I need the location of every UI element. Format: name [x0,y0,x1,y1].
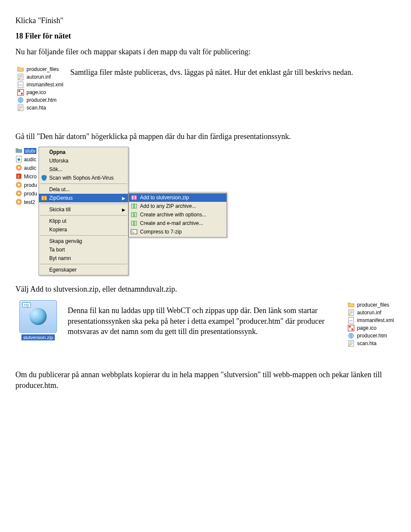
context-submenu: Add to slutversion.zipAdd to any ZIP arc… [128,192,227,237]
menu-item[interactable]: Egenskaper [39,266,128,274]
submenu-item[interactable]: Add to slutversion.zip [129,193,226,202]
file-item-label: autorun.inf [357,310,381,316]
zip-thumb-label: slutversion.zip [21,334,55,340]
intro-line2: Nu har följande filer och mappar skapats… [15,47,396,57]
footer-paragraph: Om du publicerar på annan webbplats kopi… [15,369,396,390]
svg-point-44 [349,313,351,315]
wav-icon [15,156,22,164]
file-item: producer.htm [15,96,65,104]
menu-item-label: ZipGenius [49,195,73,201]
menu-item[interactable]: ZipGenius▶ [39,194,128,202]
svg-text:P: P [18,175,20,179]
menu-item-label: Öppna [49,149,66,155]
zip-globe-icon [30,308,47,325]
context-menu: ÖppnaUtforskaSök...Scan with Sophos Anti… [39,147,128,275]
folder-sel-icon [15,147,22,155]
side-file-label: slutv [24,148,36,154]
svg-rect-29 [44,196,45,200]
context-menu-screenshot: slutvaudicaudicPMicroproduprodutest2 Öpp… [15,147,396,275]
side-file-label: audic [24,157,36,163]
svg-rect-49 [351,328,353,330]
menu-item[interactable]: Byt namn [39,254,128,263]
svg-text:</>: </> [349,319,353,322]
wmp-icon [15,164,22,172]
file-item-label: autorun.inf [27,74,51,80]
menu-item[interactable]: Utforska [39,157,128,165]
submenu-item[interactable]: Add to any ZIP archive... [129,202,226,210]
side-file-label: Micro [24,174,36,180]
file-item-label: page.ico [27,89,46,95]
wmp-icon [15,190,22,198]
wmp-icon [15,198,22,207]
svg-rect-31 [134,195,134,200]
file-item-label: producer_files [27,66,59,72]
intro-line1: Klicka "Finish" [15,15,396,26]
submenu-arrow-icon: ▶ [122,196,125,201]
submenu-item[interactable]: Create archive with options... [129,210,226,219]
svg-rect-37 [134,221,134,225]
xml-icon: </> [348,317,354,324]
svg-rect-35 [134,213,134,217]
svg-point-4 [18,78,20,80]
menu-item-label: Byt namn [49,255,71,261]
zip-pink-icon [131,194,137,201]
file-item: autorun.inf [346,309,396,316]
menu-item[interactable]: Scan with Sophos Anti-Virus [39,174,128,182]
file-item: scan.hta [346,340,396,347]
menu-item[interactable]: Skapa genväg [39,237,128,245]
file-item: page.ico [15,89,65,96]
menu-item-label: Sök... [49,166,63,172]
svg-rect-1 [19,75,22,76]
file-item: producer_files [346,301,396,309]
side-file-label: produ [24,191,37,197]
file-item-label: producer_files [357,302,389,308]
file-item-label: scan.hta [27,105,46,111]
ico-icon [17,89,24,96]
xml-icon: </> [17,81,24,88]
folder-icon [348,301,354,308]
svg-rect-33 [134,204,134,208]
submenu-item-label: Compress to 7-zip [140,229,182,235]
file-list-right: producer_filesautorun.inf</>imsmanifest.… [346,300,396,348]
submenu-item-label: Add to any ZIP archive... [140,203,196,209]
para-after-list-2: Gå till "Den här datorn" högerklicka på … [15,131,396,142]
menu-item-label: Dela ut... [49,186,70,192]
menu-item[interactable]: Kopiera [39,225,128,234]
menu-item-label: Egenskaper [49,267,77,273]
submenu-item[interactable]: 7zCompress to 7-zip [129,228,226,236]
menu-item[interactable]: Ta bort [39,245,128,254]
file-item: producer_files [15,65,65,73]
zip-green-icon [131,220,137,227]
submenu-item[interactable]: Create and e-mail archive... [129,219,226,228]
file-item-label: imsmanifest.xml [27,82,63,88]
menu-separator [40,235,127,236]
after-menu-line: Välj Add to slutversion.zip, eller detna… [15,284,396,294]
menu-item[interactable]: Skicka till▶ [39,205,128,214]
menu-item[interactable]: Sök... [39,165,128,174]
submenu-item-label: Add to slutversion.zip [140,195,189,201]
file-item-label: producer.htm [27,97,57,103]
side-file-item: PMicro [15,172,39,181]
shield-icon [41,174,48,181]
menu-item[interactable]: Klipp ut [39,217,128,225]
side-file-label: audic [24,165,36,171]
menu-item-label: Ta bort [49,247,65,253]
ppt-icon: P [15,173,22,181]
submenu-item-label: Create and e-mail archive... [140,220,203,226]
svg-rect-8 [18,90,20,92]
menu-item[interactable]: Öppna [39,148,128,157]
svg-text:7z: 7z [131,231,134,234]
side-file-item: produ [15,189,39,198]
menu-item[interactable]: Dela ut... [39,185,128,194]
zip-green-icon [131,211,137,218]
side-file-item: test2 [15,198,39,207]
svg-rect-41 [349,311,353,311]
para-after-list-1: Samtliga filer måste publiceras, dvs. lä… [70,67,396,77]
ico-icon [348,325,354,331]
file-item: </>imsmanifest.xml [15,81,65,89]
file-item-label: imsmanifest.xml [357,317,394,323]
svg-rect-53 [349,343,353,343]
svg-point-15 [18,109,20,110]
side-file-label: produ [24,182,37,188]
svg-point-17 [18,158,20,161]
